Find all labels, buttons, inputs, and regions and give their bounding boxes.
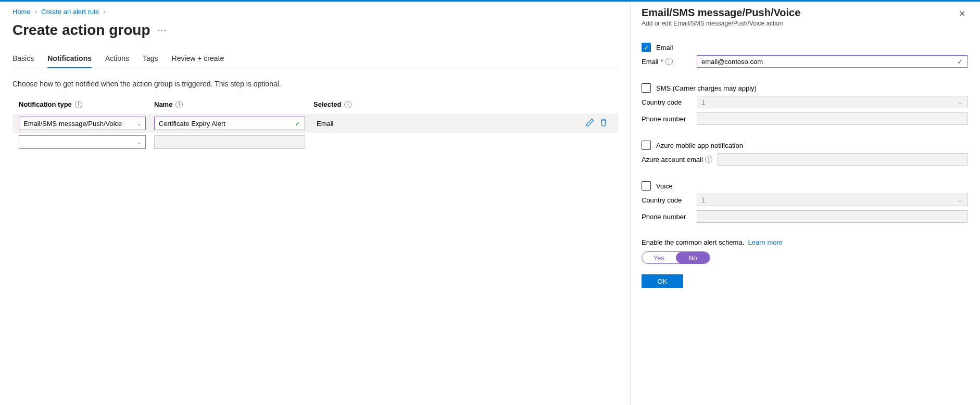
learn-more-link[interactable]: Learn more xyxy=(748,238,783,246)
sms-country-code-select[interactable]: 1 xyxy=(697,96,968,108)
voice-country-code-label: Country code xyxy=(642,196,694,204)
voice-checkbox-label: Voice xyxy=(656,182,673,190)
breadcrumb: Home › Create an alert rule › xyxy=(12,8,618,16)
selected-value: Email xyxy=(313,120,586,128)
info-icon[interactable]: i xyxy=(175,101,183,108)
check-icon: ✓ xyxy=(295,120,300,128)
ok-button[interactable]: OK xyxy=(642,274,683,288)
select-value: Email/SMS message/Push/Voice xyxy=(23,120,122,128)
chevron-down-icon: ⌵ xyxy=(137,139,141,146)
side-panel: Email/SMS message/Push/Voice Add or edit… xyxy=(631,2,980,405)
azure-email-input[interactable] xyxy=(718,153,968,166)
table-row: ⌵ xyxy=(12,133,618,152)
breadcrumb-create-rule[interactable]: Create an alert rule xyxy=(41,8,99,16)
col-name-header: Name xyxy=(154,100,172,108)
breadcrumb-home[interactable]: Home xyxy=(12,8,31,16)
sms-section: SMS (Carrier charges may apply) Country … xyxy=(642,83,968,125)
main-content: Home › Create an alert rule › Create act… xyxy=(0,2,631,405)
email-input[interactable]: email@contoso.com xyxy=(697,55,968,68)
col-type-header: Notification type xyxy=(19,100,72,108)
table-row: Email/SMS message/Push/Voice ⌵ Certifica… xyxy=(12,113,618,133)
tab-notifications[interactable]: Notifications xyxy=(47,54,92,68)
voice-phone-label: Phone number xyxy=(642,213,694,221)
info-icon[interactable]: i xyxy=(705,156,712,163)
chevron-right-icon: › xyxy=(103,8,105,16)
delete-icon[interactable] xyxy=(599,118,608,129)
select-value: 1 xyxy=(701,196,705,204)
push-checkbox[interactable] xyxy=(642,141,651,150)
push-section: Azure mobile app notification Azure acco… xyxy=(642,141,968,166)
sms-phone-input[interactable] xyxy=(697,112,968,125)
chevron-down-icon: ⌵ xyxy=(137,120,141,127)
voice-phone-input[interactable] xyxy=(697,210,968,223)
hint-text: Choose how to get notified when the acti… xyxy=(12,80,618,88)
close-icon[interactable]: ✕ xyxy=(957,7,968,21)
sms-checkbox-label: SMS (Carrier charges may apply) xyxy=(656,84,757,92)
required-star: * xyxy=(661,58,663,66)
toggle-no[interactable]: No xyxy=(676,252,710,263)
notification-name-input-empty xyxy=(154,135,305,149)
country-code-label: Country code xyxy=(642,98,694,106)
push-checkbox-label: Azure mobile app notification xyxy=(656,142,743,149)
panel-subtitle: Add or edit Email/SMS message/Push/Voice… xyxy=(642,20,800,27)
edit-icon[interactable] xyxy=(586,118,594,129)
more-actions-button[interactable]: ··· xyxy=(157,25,167,36)
notification-type-select-empty[interactable]: ⌵ xyxy=(19,135,146,149)
email-checkbox-label: Email xyxy=(656,44,673,52)
schema-text: Enable the common alert schema. xyxy=(642,238,744,246)
voice-checkbox[interactable] xyxy=(642,181,651,191)
tab-actions[interactable]: Actions xyxy=(105,54,129,68)
tabs: Basics Notifications Actions Tags Review… xyxy=(12,54,618,68)
schema-row: Enable the common alert schema. Learn mo… xyxy=(642,238,968,246)
notifications-table: Notification typei Namei Selectedi Email… xyxy=(12,100,618,152)
info-icon[interactable]: i xyxy=(665,58,673,65)
notification-name-input[interactable]: Certificate Expiry Alert ✓ xyxy=(154,117,305,130)
panel-title: Email/SMS message/Push/Voice xyxy=(642,7,800,19)
toggle-yes[interactable]: Yes xyxy=(642,252,676,263)
sms-checkbox[interactable] xyxy=(642,83,651,93)
col-selected-header: Selected xyxy=(313,100,341,108)
tab-tags[interactable]: Tags xyxy=(143,54,158,68)
email-section: ✓ Email Email * i email@contoso.com xyxy=(642,43,968,68)
input-value: Certificate Expiry Alert xyxy=(159,120,225,128)
notification-type-select[interactable]: Email/SMS message/Push/Voice ⌵ xyxy=(19,117,146,130)
chevron-right-icon: › xyxy=(35,8,37,16)
email-field-label: Email xyxy=(642,58,659,66)
info-icon[interactable]: i xyxy=(75,101,82,108)
voice-section: Voice Country code 1 Phone number xyxy=(642,181,968,223)
page-title: Create action group xyxy=(12,22,150,39)
voice-country-code-select[interactable]: 1 xyxy=(697,194,968,206)
tab-basics[interactable]: Basics xyxy=(12,54,34,68)
select-value: 1 xyxy=(701,98,705,106)
schema-toggle[interactable]: Yes No xyxy=(642,251,710,264)
input-value: email@contoso.com xyxy=(701,58,763,66)
phone-label: Phone number xyxy=(642,115,694,123)
azure-email-label: Azure account email xyxy=(642,156,703,163)
info-icon[interactable]: i xyxy=(344,101,351,108)
email-checkbox[interactable]: ✓ xyxy=(642,43,651,52)
tab-review[interactable]: Review + create xyxy=(172,54,224,68)
